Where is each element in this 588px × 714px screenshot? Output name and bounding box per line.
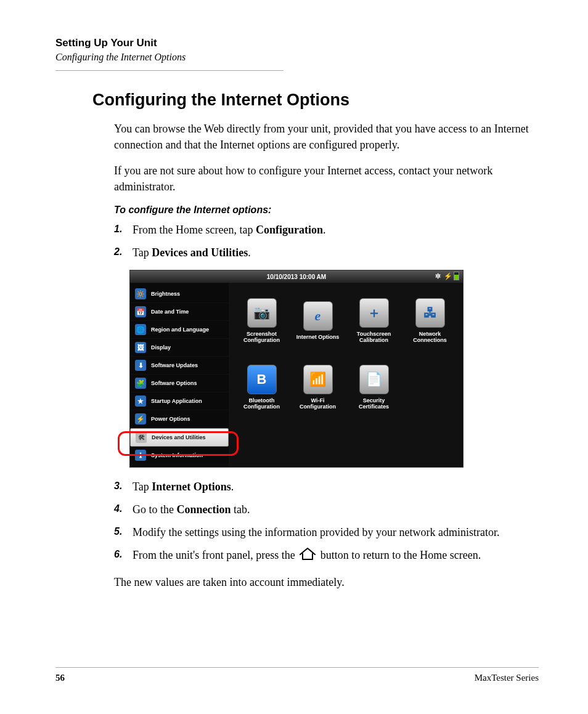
step-text: From the Home screen, tap Configuration. — [133, 222, 539, 238]
display-icon: 🖼 — [135, 342, 146, 353]
puzzle-icon: 🧩 — [135, 378, 146, 389]
app-internet-options[interactable]: eInternet Options — [293, 290, 342, 352]
settings-sidebar: 🔆Brightness 📅Date and Time 🌐Region and L… — [130, 283, 229, 467]
app-touchscreen-calibration[interactable]: ＋Touchscreen Calibration — [349, 290, 398, 352]
calendar-icon: 📅 — [135, 306, 146, 317]
certificate-icon: 📄 — [359, 365, 389, 394]
step-number: 5. — [114, 524, 133, 541]
bluetooth-icon: B — [247, 365, 277, 394]
step-number: 3. — [114, 479, 133, 495]
sidebar-item-software-updates[interactable]: ⬇Software Updates — [130, 357, 229, 375]
app-label: Screenshot Configuration — [237, 331, 286, 344]
step-list-continued: 3. Tap Internet Options. 4. Go to the Co… — [114, 479, 539, 566]
star-icon: ★ — [135, 396, 146, 407]
intro-paragraph-2: If you are not sure about how to configu… — [114, 163, 539, 195]
step-text: Tap Devices and Utilities. — [133, 245, 539, 261]
device-screenshot: 10/10/2013 10:00 AM ✲ ⚡ 🔆Brightness 📅Dat… — [129, 270, 463, 468]
closing-paragraph: The new values are taken into account im… — [114, 574, 539, 590]
sidebar-label: Region and Language — [151, 327, 209, 333]
brightness-icon: 🔆 — [135, 288, 146, 299]
sidebar-label: Software Updates — [151, 362, 198, 368]
download-icon: ⬇ — [135, 360, 146, 371]
step-text: Tap Internet Options. — [133, 479, 539, 495]
app-bluetooth-configuration[interactable]: BBluetooth Configuration — [237, 357, 286, 418]
charge-icon: ⚡ — [444, 272, 451, 280]
network-icon: 🖧 — [415, 298, 445, 328]
step-number: 2. — [114, 245, 133, 261]
app-label: Network Connections — [406, 331, 454, 344]
app-screenshot-configuration[interactable]: 📷Screenshot Configuration — [237, 290, 286, 352]
step-text: Go to the Connection tab. — [133, 501, 539, 518]
sidebar-item-region-language[interactable]: 🌐Region and Language — [130, 321, 229, 339]
step-6: 6. From the unit's front panel, press th… — [114, 547, 539, 566]
home-button-icon — [298, 547, 317, 566]
battery-icon — [454, 272, 459, 280]
app-label: Internet Options — [296, 335, 340, 341]
sidebar-label: Software Options — [151, 380, 197, 386]
header-subtitle: Configuring the Internet Options — [55, 52, 539, 63]
header-rule — [55, 70, 284, 71]
sidebar-item-date-time[interactable]: 📅Date and Time — [130, 303, 229, 321]
step-number: 6. — [114, 547, 133, 566]
app-wifi-configuration[interactable]: 📶Wi-Fi Configuration — [293, 357, 342, 418]
sidebar-item-display[interactable]: 🖼Display — [130, 339, 229, 357]
app-network-connections[interactable]: 🖧Network Connections — [406, 290, 454, 352]
sidebar-item-power-options[interactable]: ⚡Power Options — [130, 410, 229, 428]
step-text: From the unit's front panel, press the b… — [133, 547, 539, 566]
status-datetime: 10/10/2013 10:00 AM — [267, 274, 326, 280]
step-2: 2. Tap Devices and Utilities. — [114, 245, 539, 261]
app-label: Touchscreen Calibration — [349, 331, 398, 344]
sidebar-label: Display — [151, 344, 171, 351]
procedure-heading: To configure the Internet options: — [114, 205, 539, 216]
sidebar-item-system-information[interactable]: ℹSystem Information — [130, 447, 229, 465]
step-text: Modify the settings using the informatio… — [133, 524, 539, 541]
sidebar-item-brightness[interactable]: 🔆Brightness — [130, 285, 229, 303]
sidebar-label: Date and Time — [151, 309, 189, 315]
sidebar-label: Brightness — [151, 291, 180, 297]
sidebar-label: Devices and Utilities — [152, 434, 206, 440]
step-3: 3. Tap Internet Options. — [114, 479, 539, 495]
sidebar-item-devices-utilities[interactable]: 🛠Devices and Utilities — [130, 428, 229, 447]
status-icons: ✲ ⚡ — [434, 272, 459, 280]
sidebar-label: Power Options — [151, 416, 190, 422]
page-footer: 56 MaxTester Series — [55, 667, 539, 683]
step-4: 4. Go to the Connection tab. — [114, 501, 539, 518]
wifi-icon: 📶 — [303, 365, 333, 394]
bluetooth-icon: ✲ — [434, 272, 441, 280]
step-1: 1. From the Home screen, tap Configurati… — [114, 222, 539, 238]
utilities-grid: 📷Screenshot Configuration eInternet Opti… — [229, 283, 463, 467]
sidebar-label: System Information — [151, 452, 203, 458]
page-number: 56 — [55, 673, 65, 683]
touchscreen-icon: ＋ — [359, 298, 389, 328]
step-number: 4. — [114, 501, 133, 518]
sidebar-label: Startup Application — [151, 398, 202, 404]
app-security-certificates[interactable]: 📄Security Certificates — [349, 357, 398, 418]
app-label: Wi-Fi Configuration — [293, 398, 342, 410]
header-title: Setting Up Your Unit — [55, 37, 539, 49]
step-list: 1. From the Home screen, tap Configurati… — [114, 222, 539, 261]
app-label: Bluetooth Configuration — [237, 398, 286, 410]
tools-icon: 🛠 — [136, 432, 147, 443]
globe-icon: 🌐 — [135, 324, 146, 335]
step-number: 1. — [114, 222, 133, 238]
step-5: 5. Modify the settings using the informa… — [114, 524, 539, 541]
intro-paragraph-1: You can browse the Web directly from you… — [114, 121, 539, 153]
info-icon: ℹ — [135, 450, 146, 461]
sidebar-item-software-options[interactable]: 🧩Software Options — [130, 375, 229, 392]
sidebar-item-startup-application[interactable]: ★Startup Application — [130, 392, 229, 410]
app-label: Security Certificates — [349, 398, 398, 410]
page-header: Setting Up Your Unit Configuring the Int… — [55, 37, 539, 71]
section-title: Configuring the Internet Options — [92, 91, 539, 110]
power-icon: ⚡ — [135, 413, 146, 424]
camera-icon: 📷 — [247, 298, 277, 328]
status-bar: 10/10/2013 10:00 AM ✲ ⚡ — [130, 270, 463, 283]
internet-explorer-icon: e — [303, 301, 333, 331]
series-name: MaxTester Series — [475, 673, 539, 683]
